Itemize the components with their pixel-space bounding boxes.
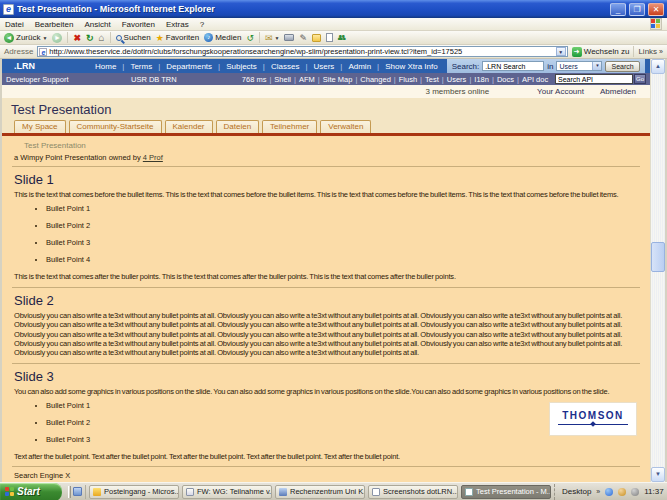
tray-icon-volume[interactable] bbox=[618, 488, 626, 496]
lrn-search-input[interactable] bbox=[482, 61, 544, 71]
tab[interactable]: My Space bbox=[14, 120, 66, 133]
research-button[interactable] bbox=[326, 33, 333, 42]
dotlrn-navbar: .LRN HomeTermsDepartmentsSubjectsClasses… bbox=[2, 59, 650, 73]
navbar-link[interactable]: Show Xtra Info bbox=[382, 62, 446, 71]
search-scope-value: Users bbox=[559, 63, 577, 70]
tab[interactable]: Kalender bbox=[165, 120, 213, 133]
forward-button[interactable]: ► bbox=[52, 33, 62, 43]
taskbar-button[interactable]: FW: WG: Teilnahme v... bbox=[182, 485, 272, 499]
go-button[interactable]: ➜Wechseln zu bbox=[572, 47, 630, 57]
developer-link[interactable]: AFM bbox=[299, 75, 323, 84]
developer-link[interactable]: Users bbox=[447, 75, 475, 84]
url-input[interactable] bbox=[49, 47, 553, 56]
refresh-icon: ↻ bbox=[86, 33, 94, 43]
minimize-button[interactable]: _ bbox=[610, 3, 626, 16]
developer-link[interactable]: Test bbox=[425, 75, 447, 84]
search-toolbar-button[interactable]: Suchen bbox=[116, 33, 151, 42]
menu-item[interactable]: Bearbeiten bbox=[35, 20, 74, 29]
media-button[interactable]: ♪Medien bbox=[204, 33, 241, 42]
search-panel-label: Search: bbox=[452, 62, 480, 71]
taskbar-button-icon bbox=[372, 488, 380, 496]
tray-icon-network[interactable] bbox=[605, 488, 613, 496]
start-button[interactable]: Start bbox=[0, 483, 62, 500]
links-toolbar[interactable]: Links» bbox=[638, 47, 663, 56]
mail-dropdown-icon[interactable]: ▼ bbox=[274, 35, 279, 41]
home-icon: ⌂ bbox=[99, 32, 105, 43]
developer-link[interactable]: Changed bbox=[360, 75, 398, 84]
taskbar-button[interactable]: Screenshots dotLRN... bbox=[368, 485, 458, 499]
scroll-down-arrow[interactable]: ▼ bbox=[651, 467, 665, 482]
toolbar-grip[interactable] bbox=[68, 486, 71, 498]
maximize-button[interactable]: ❐ bbox=[629, 3, 645, 16]
developer-link[interactable]: Site Map bbox=[323, 75, 361, 84]
menu-item[interactable]: Ansicht bbox=[84, 20, 110, 29]
navbar-link[interactable]: Home bbox=[92, 62, 127, 71]
navbar-link[interactable]: Users bbox=[310, 62, 345, 71]
address-dropdown-icon[interactable]: ▼ bbox=[556, 47, 566, 56]
discuss-button[interactable] bbox=[312, 34, 321, 42]
search-scope-select[interactable]: Users▼ bbox=[556, 61, 602, 71]
scrollbar-thumb[interactable] bbox=[651, 242, 665, 272]
address-field: e ▼ bbox=[37, 46, 567, 57]
taskbar-button[interactable]: Test Presentation - M... bbox=[461, 485, 551, 499]
page-title: Test Presentation bbox=[11, 102, 650, 117]
developer-link[interactable]: I18n bbox=[474, 75, 497, 84]
messenger-button[interactable]: 👥︎ bbox=[338, 33, 346, 42]
chevron-right-icon[interactable]: » bbox=[596, 488, 600, 495]
desktop-toolbar-label[interactable]: Desktop bbox=[562, 487, 591, 496]
developer-link[interactable]: API doc bbox=[522, 75, 554, 84]
edit-button[interactable]: ✎ bbox=[299, 33, 307, 43]
your-account-link[interactable]: Your Account bbox=[537, 87, 584, 96]
toolbar-separator bbox=[259, 32, 260, 43]
bullet-item: Bullet Point 4 bbox=[46, 255, 640, 264]
stop-button[interactable]: ✖ bbox=[73, 33, 81, 43]
close-button[interactable]: ✕ bbox=[648, 3, 664, 16]
favorites-button[interactable]: ★Favoriten bbox=[156, 33, 199, 43]
developer-link[interactable]: Docs bbox=[497, 75, 522, 84]
edit-icon: ✎ bbox=[299, 33, 307, 43]
print-button[interactable] bbox=[284, 34, 294, 41]
tab[interactable]: Verwalten bbox=[320, 120, 371, 133]
navbar-link[interactable]: Admin bbox=[345, 62, 382, 71]
tab[interactable]: Teilnehmer bbox=[262, 120, 317, 133]
taskbar-button[interactable]: Rechenzentrum Uni K... bbox=[275, 485, 365, 499]
tab[interactable]: Community-Startseite bbox=[69, 120, 162, 133]
api-search-input[interactable] bbox=[555, 74, 633, 84]
navbar-link[interactable]: Subjects bbox=[223, 62, 268, 71]
scroll-up-arrow[interactable]: ▲ bbox=[651, 59, 665, 74]
navbar-link[interactable]: Terms bbox=[127, 62, 163, 71]
quick-launch-icon[interactable] bbox=[73, 487, 82, 496]
taskbar-button[interactable]: Posteingang - Micros... bbox=[89, 485, 179, 499]
divider bbox=[12, 466, 640, 467]
developer-link[interactable]: Flush bbox=[399, 75, 425, 84]
menu-item[interactable]: ? bbox=[200, 20, 204, 29]
developer-support-link[interactable]: Developer Support bbox=[6, 75, 131, 84]
menu-item[interactable]: Extras bbox=[166, 20, 189, 29]
developer-link[interactable]: Shell bbox=[274, 75, 299, 84]
refresh-button[interactable]: ↻ bbox=[86, 33, 94, 43]
scrollbar-track[interactable] bbox=[651, 74, 665, 467]
developer-link[interactable]: 768 ms bbox=[242, 75, 275, 84]
owner-link[interactable]: 4 Prof bbox=[143, 153, 163, 162]
home-button[interactable]: ⌂ bbox=[99, 32, 105, 43]
search-submit-button[interactable]: Search bbox=[605, 61, 639, 72]
dotlrn-logo[interactable]: .LRN bbox=[2, 59, 92, 73]
back-button[interactable]: ◄Zurück▼ bbox=[4, 33, 47, 43]
menu-item[interactable]: Datei bbox=[5, 20, 24, 29]
window-title: Test Presentation - Microsoft Internet E… bbox=[17, 4, 607, 14]
search-label: Suchen bbox=[124, 33, 151, 42]
tab[interactable]: Dateien bbox=[216, 120, 260, 133]
mail-button[interactable]: ✉▼ bbox=[265, 33, 280, 43]
browser-toolbar: ◄Zurück▼ ► ✖ ↻ ⌂ Suchen ★Favoriten ♪Medi… bbox=[0, 31, 667, 45]
history-button[interactable]: ↺ bbox=[246, 33, 254, 43]
navbar-link[interactable]: Classes bbox=[268, 62, 311, 71]
clock[interactable]: 11:37 bbox=[644, 487, 663, 496]
navbar-link[interactable]: Departments bbox=[163, 62, 223, 71]
back-dropdown-icon[interactable]: ▼ bbox=[42, 35, 47, 41]
slide-text-after: Text after the bullet point. Text after … bbox=[14, 452, 638, 461]
tray-icon-misc[interactable] bbox=[631, 488, 639, 496]
logout-link[interactable]: Abmelden bbox=[600, 87, 636, 96]
messenger-icon: 👥︎ bbox=[338, 33, 346, 42]
menu-item[interactable]: Favoriten bbox=[122, 20, 155, 29]
api-go-button[interactable]: Go bbox=[634, 74, 646, 84]
